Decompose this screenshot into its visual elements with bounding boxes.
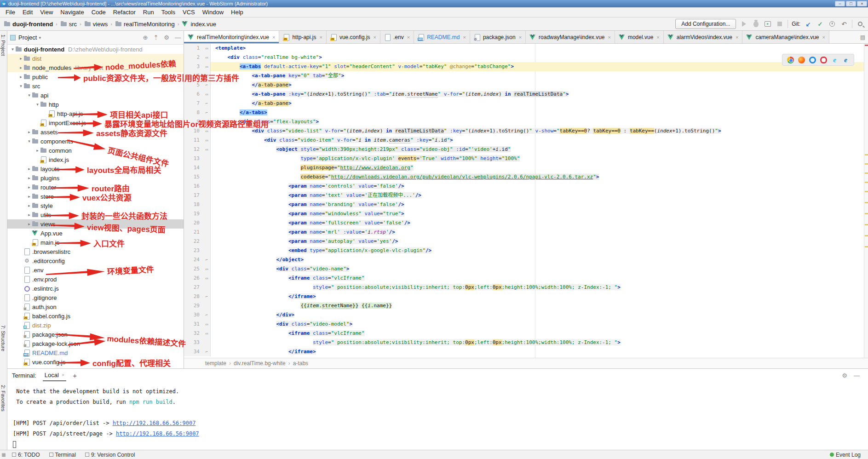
close-icon[interactable]: × bbox=[656, 34, 659, 40]
tree-item[interactable]: ▸layouts bbox=[7, 164, 184, 173]
breadcrumb-item[interactable]: index.vue bbox=[182, 21, 216, 28]
code-line[interactable]: 25▭ <div class="video-name"> bbox=[184, 264, 868, 274]
tree-item[interactable]: ▸store bbox=[7, 192, 184, 201]
code-line[interactable]: 6▭ <a-tab-pane :key="(index+1).toString(… bbox=[184, 90, 868, 99]
code-line[interactable]: 17 <param name='text' value='正在加载视频中...'… bbox=[184, 191, 868, 200]
fold-marker[interactable]: ⌐ bbox=[203, 108, 211, 117]
editor-breadcrumb-item[interactable]: a-tabs bbox=[293, 360, 308, 367]
git-update-icon[interactable]: ↙ bbox=[804, 20, 812, 28]
menu-item-vcs[interactable]: VCS bbox=[179, 8, 199, 17]
tree-item[interactable]: .env.prod bbox=[7, 275, 184, 284]
tree-item[interactable]: ▸node_moduleslibrary root bbox=[7, 63, 184, 72]
tree-item[interactable]: ▸utils bbox=[7, 210, 184, 219]
code-line[interactable]: 15 codebase="http://downloads.videolan.o… bbox=[184, 172, 868, 182]
fold-marker[interactable]: ▭ bbox=[203, 145, 211, 154]
history-icon[interactable] bbox=[828, 20, 836, 28]
code-line[interactable]: 1▭<template> bbox=[184, 44, 868, 53]
code-line[interactable]: 22 <param name='autoplay' value='yes'/> bbox=[184, 237, 868, 246]
code-line[interactable]: 3▭ <a-tabs default-active-key="1" slot="… bbox=[184, 62, 868, 71]
tree-item[interactable]: {}package-lock.json bbox=[7, 339, 184, 348]
menu-item-tools[interactable]: Tools bbox=[158, 8, 179, 17]
menu-item-window[interactable]: Window bbox=[199, 8, 227, 17]
terminal-link[interactable]: http://192.168.66.56:9007 bbox=[113, 420, 196, 426]
tree-item[interactable]: JSvue.config.js bbox=[7, 357, 184, 367]
close-icon[interactable]: × bbox=[608, 34, 611, 40]
editor-tab[interactable]: JShttp-api.js× bbox=[279, 31, 326, 43]
safari-browser-icon[interactable] bbox=[809, 57, 816, 63]
tree-item[interactable]: ⚙.editorconfig bbox=[7, 256, 184, 265]
fold-marker[interactable]: ⌐ bbox=[203, 310, 211, 320]
editor-tab[interactable]: realTimeMonitoring\index.vue× bbox=[184, 31, 279, 43]
menu-item-code[interactable]: Code bbox=[88, 8, 109, 17]
breadcrumb-item[interactable]: views bbox=[84, 21, 108, 28]
code-line[interactable]: 19 <param name="windowless" value="true"… bbox=[184, 209, 868, 218]
close-button[interactable]: × bbox=[857, 1, 867, 6]
tree-item[interactable]: ▸views bbox=[7, 219, 184, 229]
tree-item[interactable]: ▸common bbox=[7, 146, 184, 155]
editor-tab[interactable]: MDREADME.md× bbox=[414, 31, 470, 43]
firefox-browser-icon[interactable] bbox=[798, 57, 805, 63]
tree-item[interactable]: ▸assets bbox=[7, 127, 184, 137]
code-editor[interactable]: 1▭<template>2▭ <div class="realTime bg-w… bbox=[184, 44, 868, 358]
event-log[interactable]: Event Log bbox=[830, 452, 868, 458]
opera-browser-icon[interactable] bbox=[820, 57, 827, 63]
stripe-mark[interactable] bbox=[865, 235, 868, 236]
search-everywhere-icon[interactable] bbox=[856, 20, 864, 28]
close-icon[interactable]: × bbox=[319, 34, 322, 40]
stripe-mark[interactable] bbox=[865, 172, 868, 174]
editor-tab[interactable]: JSvue.config.js× bbox=[327, 31, 380, 43]
tree-item[interactable]: {}package.json bbox=[7, 330, 184, 339]
breadcrumb-item[interactable]: duoji-frontend bbox=[4, 21, 53, 28]
fold-marker[interactable]: ▭ bbox=[203, 126, 211, 136]
rollback-icon[interactable]: ↶ bbox=[840, 20, 848, 28]
stripe-mark[interactable] bbox=[865, 45, 868, 46]
editor-tab[interactable]: cameraManage\index.vue× bbox=[742, 31, 829, 43]
tree-chevron-icon[interactable]: ▾ bbox=[18, 84, 23, 88]
run-icon[interactable] bbox=[740, 20, 748, 28]
tree-item[interactable]: ▸style bbox=[7, 201, 184, 210]
tree-item[interactable]: JSmain.js bbox=[7, 238, 184, 247]
code-line[interactable]: 8⌐ </a-tabs> bbox=[184, 108, 868, 117]
tree-item[interactable]: ▾http bbox=[7, 100, 184, 109]
terminal-link[interactable]: http://192.168.66.56:9007 bbox=[116, 430, 199, 437]
tool-windows-toggle-icon[interactable]: ▦ bbox=[0, 452, 7, 457]
code-line[interactable]: 18 <param name='branding' value='false'/… bbox=[184, 200, 868, 209]
editor-breadcrumb-item[interactable]: div.realTime.bg-white bbox=[234, 360, 286, 367]
fold-marker[interactable]: ▭ bbox=[203, 320, 211, 329]
chevron-down-icon[interactable]: ▾ bbox=[39, 35, 41, 40]
tree-item[interactable]: ▾src bbox=[7, 81, 184, 91]
code-line[interactable]: 2▭ <div class="realTime bg-white"> bbox=[184, 53, 868, 62]
tree-item[interactable]: App.vue bbox=[7, 229, 184, 238]
git-commit-icon[interactable]: ✓ bbox=[816, 20, 824, 28]
tree-item[interactable]: JSindex.js bbox=[7, 155, 184, 164]
tree-item[interactable]: ▸plugins bbox=[7, 173, 184, 183]
fold-marker[interactable]: ⌐ bbox=[203, 99, 211, 108]
tree-chevron-icon[interactable]: ▸ bbox=[18, 56, 23, 61]
chrome-browser-icon[interactable] bbox=[787, 57, 794, 63]
editor-tab[interactable]: alarmVideos\index.vue× bbox=[664, 31, 743, 43]
tree-chevron-icon[interactable]: ▾ bbox=[27, 139, 32, 143]
collapse-all-icon[interactable]: ⇡ bbox=[153, 34, 158, 41]
fold-marker[interactable]: ▭ bbox=[203, 329, 211, 338]
tree-chevron-icon[interactable]: ▸ bbox=[18, 65, 23, 70]
stripe-mark[interactable] bbox=[865, 202, 868, 203]
code-line[interactable]: 24⌐ </object> bbox=[184, 255, 868, 264]
close-icon[interactable]: × bbox=[736, 34, 738, 40]
add-configuration-button[interactable]: Add Configuration... bbox=[675, 19, 736, 29]
tree-item[interactable]: ▸public bbox=[7, 72, 184, 81]
code-line[interactable]: 13 type='application/x-vlc-plugin' event… bbox=[184, 154, 868, 163]
terminal-settings-icon[interactable]: ⚙ bbox=[842, 372, 847, 379]
code-line[interactable]: 32▭ <iframe class="vlcIframe" bbox=[184, 329, 868, 338]
fold-marker[interactable]: ▭ bbox=[203, 44, 211, 53]
editor-breadcrumb-item[interactable]: template bbox=[205, 360, 226, 367]
close-icon[interactable]: × bbox=[272, 34, 275, 40]
code-line[interactable]: 9 <div class="flex-layouts"> bbox=[184, 117, 868, 126]
close-icon[interactable]: × bbox=[407, 34, 410, 40]
fold-marker[interactable]: ⌐ bbox=[203, 292, 211, 301]
code-line[interactable]: 20 <param name='fullscreen' value='false… bbox=[184, 218, 868, 228]
terminal-hide-icon[interactable]: — bbox=[854, 372, 860, 379]
tree-chevron-icon[interactable]: ▸ bbox=[27, 222, 32, 226]
tree-chevron-icon[interactable]: ▾ bbox=[10, 47, 15, 52]
fold-marker[interactable]: ⌐ bbox=[203, 80, 211, 90]
tree-item[interactable]: ▸dist bbox=[7, 54, 184, 63]
